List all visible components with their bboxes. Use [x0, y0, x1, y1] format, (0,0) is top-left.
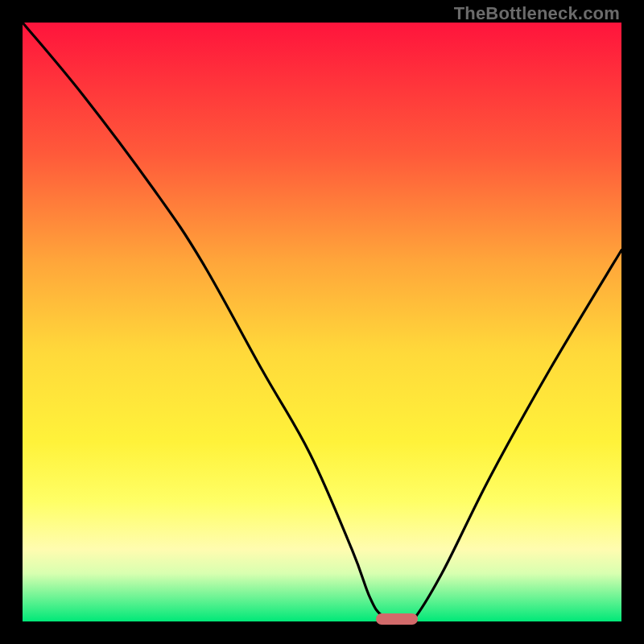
chart-frame: TheBottleneck.com [0, 0, 644, 644]
bottleneck-curve [23, 23, 621, 621]
watermark-text: TheBottleneck.com [454, 3, 620, 24]
optimal-marker [376, 613, 418, 625]
